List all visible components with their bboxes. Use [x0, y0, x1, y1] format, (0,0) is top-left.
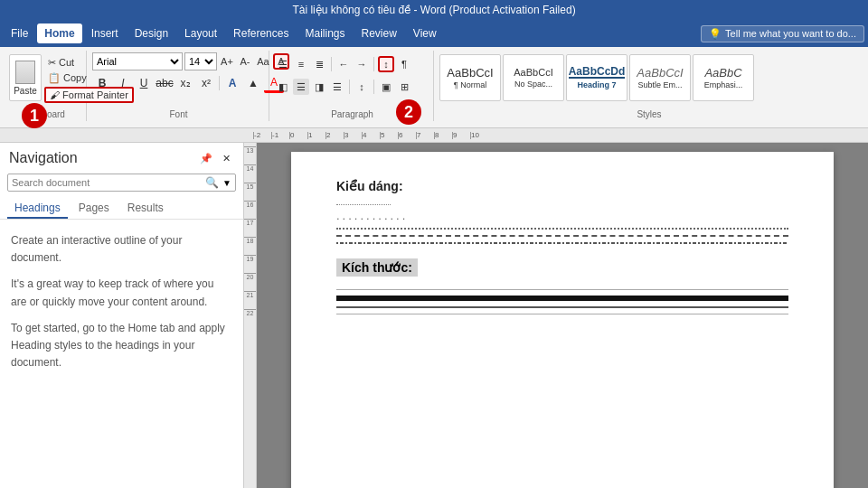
vertical-ruler: 13 14 15 16 17 18 19 20 21 22 — [244, 143, 257, 488]
borders-button[interactable]: ⊞ — [396, 79, 412, 95]
sort-button[interactable]: ↕ — [378, 56, 394, 72]
lightbulb-icon: 💡 — [709, 28, 722, 40]
document: Kiểu dáng: ............ Kích thước: — [291, 152, 834, 488]
nav-pin-button[interactable]: 📌 — [198, 150, 214, 166]
nav-header: Navigation 📌 ✕ — [0, 143, 243, 170]
styles-label: Styles — [436, 109, 863, 119]
dot-row: ............ — [336, 209, 788, 222]
font-size-selector[interactable]: 14 — [184, 52, 217, 70]
paste-button[interactable]: Paste — [9, 54, 42, 101]
kieu-dang-section: Kiểu dáng: ............ — [336, 179, 788, 244]
tell-me-text: Tell me what you want to do... — [725, 28, 856, 39]
style-normal[interactable]: AaBbCcI ¶ Normal — [439, 54, 501, 101]
show-hide-button[interactable]: ¶ — [396, 56, 412, 72]
font-selector[interactable]: Arial — [92, 52, 183, 70]
navigation-panel: Navigation 📌 ✕ 🔍 ▼ Headings Pages Result… — [0, 143, 244, 488]
document-area[interactable]: Kiểu dáng: ............ Kích thước: — [257, 143, 868, 488]
bold-button[interactable]: B — [92, 73, 112, 93]
thin-line-2 — [336, 314, 788, 314]
align-left-button[interactable]: ◧ — [275, 79, 291, 95]
menu-file[interactable]: File — [4, 23, 35, 43]
style-no-space[interactable]: AaBbCcI No Spac... — [503, 54, 564, 101]
medium-line — [336, 306, 788, 308]
numbering-button[interactable]: ≡ — [293, 56, 309, 72]
title-text: Tài liệu không có tiêu đề - Word (Produc… — [292, 4, 575, 16]
style-emphasis[interactable]: AaBbC Emphasi... — [693, 54, 754, 101]
menu-insert[interactable]: Insert — [84, 23, 126, 43]
kich-thuoc-label: Kích thước: — [336, 258, 418, 277]
tell-me-box[interactable]: 💡 Tell me what you want to do... — [701, 25, 864, 42]
menu-bar: File Home Insert Design Layout Reference… — [0, 20, 868, 47]
subscript-button[interactable]: x₂ — [175, 73, 195, 93]
nav-controls: 📌 ✕ — [198, 150, 234, 166]
strikethrough-button[interactable]: abc — [155, 73, 175, 93]
superscript-button[interactable]: x² — [196, 73, 216, 93]
text-highlight-color-button[interactable]: ▲ — [243, 73, 263, 93]
badge-1: 1 — [22, 103, 47, 128]
tab-pages[interactable]: Pages — [71, 199, 117, 219]
font-group: Arial 14 A+ A- Aa A B I U abc x₂ x² A ▲ — [89, 51, 269, 121]
menu-view[interactable]: View — [406, 23, 444, 43]
underline-button[interactable]: U — [134, 73, 154, 93]
kieu-dang-label: Kiểu dáng: — [336, 179, 788, 193]
ruler-marks: -2 -1 0 1 2 3 4 5 6 7 8 9 10 — [253, 132, 488, 139]
nav-text-3: To get started, go to the Home tab and a… — [11, 320, 232, 372]
decrease-font-button[interactable]: A- — [237, 53, 253, 70]
search-box[interactable]: 🔍 ▼ — [7, 174, 236, 192]
decrease-indent-button[interactable]: ← — [335, 56, 352, 72]
short-dotted-line — [336, 204, 391, 205]
search-icon: 🔍 — [205, 176, 219, 189]
dropdown-icon: ▼ — [222, 178, 231, 188]
increase-indent-button[interactable]: → — [354, 56, 370, 72]
shading-button[interactable]: ▣ — [378, 79, 394, 95]
tab-headings[interactable]: Headings — [7, 199, 68, 219]
align-center-button[interactable]: ☰ — [293, 79, 309, 95]
paste-icon — [15, 61, 35, 84]
main-area: Navigation 📌 ✕ 🔍 ▼ Headings Pages Result… — [0, 143, 868, 488]
tab-results[interactable]: Results — [120, 199, 171, 219]
dashed-line-full — [336, 235, 788, 237]
copy-icon: 📋 — [48, 72, 63, 83]
menu-mailings[interactable]: Mailings — [297, 23, 352, 43]
menu-review[interactable]: Review — [354, 23, 403, 43]
bullets-button[interactable]: ☰ — [275, 56, 291, 72]
font-label: Font — [89, 109, 269, 119]
justify-button[interactable]: ☰ — [329, 79, 345, 95]
align-right-button[interactable]: ◨ — [311, 79, 327, 95]
nav-title: Navigation — [9, 150, 78, 166]
nav-text-1: Create an interactive outline of your do… — [11, 232, 232, 267]
thick-line — [336, 296, 788, 301]
italic-button[interactable]: I — [113, 73, 133, 93]
nav-content: Create an interactive outline of your do… — [0, 220, 243, 393]
change-case-button[interactable]: Aa — [255, 53, 271, 70]
horizontal-ruler: -2 -1 0 1 2 3 4 5 6 7 8 9 10 — [0, 128, 868, 143]
menu-home[interactable]: Home — [37, 23, 81, 43]
paintbrush-icon: 🖌 — [50, 89, 62, 100]
text-effects-button[interactable]: A — [222, 73, 242, 93]
nav-text-2: It's a great way to keep track of where … — [11, 276, 232, 310]
styles-group: AaBbCcI ¶ Normal AaBbCcI No Spac... AaBb… — [436, 51, 863, 121]
paste-label: Paste — [14, 86, 37, 96]
style-subtle-em[interactable]: AaBbCcI Subtle Em... — [629, 54, 691, 101]
menu-references[interactable]: References — [226, 23, 296, 43]
nav-tabs: Headings Pages Results — [0, 195, 243, 220]
multilevel-list-button[interactable]: ≣ — [311, 56, 327, 72]
ribbon: 1 Paste ✂ Cut 📋 Copy 🖌 Format Painter — [0, 47, 868, 128]
title-bar: Tài liệu không có tiêu đề - Word (Produc… — [0, 0, 868, 20]
nav-close-button[interactable]: ✕ — [218, 150, 234, 166]
thin-line — [336, 289, 788, 290]
dash-dot-line — [336, 242, 788, 244]
dotted-line-full — [336, 228, 788, 230]
style-heading7[interactable]: AaBbCcDd Heading 7 — [566, 54, 627, 101]
search-input[interactable] — [12, 177, 202, 188]
line-spacing-button[interactable]: ↕ — [354, 79, 370, 95]
menu-layout[interactable]: Layout — [177, 23, 224, 43]
scissors-icon: ✂ — [48, 57, 59, 68]
badge-2: 2 — [396, 99, 421, 125]
menu-design[interactable]: Design — [127, 23, 175, 43]
kich-thuoc-section: Kích thước: — [336, 258, 788, 314]
increase-font-button[interactable]: A+ — [219, 53, 235, 70]
